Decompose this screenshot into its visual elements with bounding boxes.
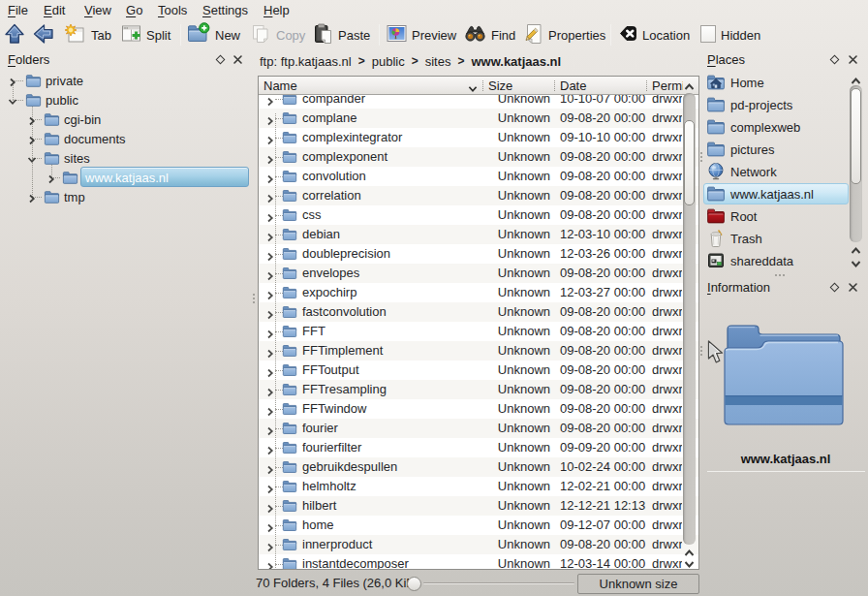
place-item-pd-projects[interactable]: pd-projects [703, 94, 849, 115]
file-row-home[interactable]: homeUnknown09-12-07 00:00drwxr-xr-x [259, 516, 698, 535]
place-item-home[interactable]: Home [703, 72, 849, 93]
scroll-up-icon[interactable] [851, 75, 861, 89]
scrollbar-thumb[interactable] [684, 120, 695, 205]
place-item-www-katjaas-nl[interactable]: www.katjaas.nl [703, 183, 849, 204]
float-places-button[interactable] [829, 54, 840, 65]
place-item-root[interactable]: Root [703, 205, 849, 227]
file-row-fourier[interactable]: fourierUnknown09-08-20 00:00drwxr-xr-x [259, 419, 698, 438]
right-splitter-handle-2[interactable] [700, 346, 702, 356]
file-row-instantdecomposer[interactable]: instantdecomposerUnknown12-03-14 00:00dr… [259, 554, 698, 569]
breadcrumb-segment[interactable]: sites [425, 54, 451, 69]
breadcrumb-segment[interactable]: www.katjaas.nl [471, 54, 561, 69]
float-info-button[interactable] [829, 282, 840, 293]
expand-arrow-icon[interactable] [265, 502, 275, 517]
collapse-arrow-icon[interactable] [8, 95, 17, 110]
file-row-debian[interactable]: debianUnknown12-03-10 00:00drwxr-xr-x [259, 225, 698, 244]
breadcrumb-segment[interactable]: public [372, 54, 405, 69]
find-button[interactable]: Find [464, 21, 515, 48]
split-button[interactable]: Split [121, 21, 170, 48]
tree-item-sites[interactable]: sites [0, 148, 250, 168]
menu-edit[interactable]: Edit [44, 2, 65, 19]
zoom-slider-knob[interactable] [406, 576, 422, 595]
file-row-FFT[interactable]: FFTUnknown09-08-20 00:00drwxr-xr-x [259, 322, 698, 341]
file-row-FFTresampling[interactable]: FFTresamplingUnknown09-08-20 00:00drwxr-… [259, 380, 698, 399]
expand-arrow-icon[interactable] [265, 211, 275, 226]
expand-arrow-icon[interactable] [265, 405, 275, 420]
expand-arrow-icon[interactable] [265, 347, 275, 361]
place-item-shareddata[interactable]: shareddata [703, 250, 849, 271]
file-row-doubleprecision[interactable]: doubleprecisionUnknown12-03-26 00:00drwx… [259, 244, 698, 264]
expand-arrow-icon[interactable] [265, 386, 275, 400]
expand-arrow-icon[interactable] [265, 192, 275, 206]
file-row-expochirp[interactable]: expochirpUnknown12-03-27 00:00drwxr-xr-x [259, 283, 698, 302]
scroll-up-icon[interactable] [684, 80, 695, 95]
expand-arrow-icon[interactable] [265, 231, 275, 245]
menu-settings[interactable]: Settings [202, 2, 248, 19]
expand-arrow-icon[interactable] [265, 95, 275, 110]
expand-arrow-icon[interactable] [265, 463, 275, 478]
expand-arrow-icon[interactable] [265, 134, 275, 148]
column-header-size[interactable]: Size [488, 78, 548, 94]
copy-button[interactable]: Copy [250, 21, 305, 48]
expand-arrow-icon[interactable] [265, 289, 275, 303]
tree-item-tmp[interactable]: tmp [0, 187, 250, 206]
right-splitter-handle[interactable] [700, 152, 702, 162]
expand-arrow-icon[interactable] [265, 483, 275, 497]
expand-arrow-icon[interactable] [265, 250, 275, 265]
menu-tools[interactable]: Tools [158, 2, 187, 19]
expand-arrow-icon[interactable] [8, 76, 17, 90]
file-row-innerproduct[interactable]: innerproductUnknown09-08-20 00:00drwxr-x… [259, 535, 698, 554]
place-item-trash[interactable]: Trash [703, 228, 849, 249]
breadcrumb-segment[interactable]: ftp: ftp.katjaas.nl [260, 54, 352, 69]
expand-arrow-icon[interactable] [265, 114, 275, 129]
expand-arrow-icon[interactable] [46, 173, 56, 187]
file-row-FFToutput[interactable]: FFToutputUnknown09-08-20 00:00drwxr-xr-x [259, 361, 698, 380]
file-row-complexponent[interactable]: complexponentUnknown09-08-20 00:00drwxr-… [259, 147, 698, 167]
expand-arrow-icon[interactable] [265, 173, 275, 187]
expand-arrow-icon[interactable] [265, 269, 275, 284]
expand-arrow-icon[interactable] [265, 444, 275, 458]
file-row-helmholtz[interactable]: helmholtzUnknown12-02-21 00:00drwxr-xr-x [259, 477, 698, 496]
file-row-correlation[interactable]: correlationUnknown09-08-20 00:00drwxr-xr… [259, 186, 698, 205]
tree-item-public[interactable]: public [0, 90, 250, 110]
menu-go[interactable]: Go [126, 2, 142, 19]
file-row-FFTimplement[interactable]: FFTimplementUnknown09-08-20 00:00drwxr-x… [259, 341, 698, 361]
file-row-gebruikdespullen[interactable]: gebruikdespullenUnknown10-02-24 00:00drw… [259, 457, 698, 477]
back-button[interactable] [33, 21, 54, 48]
place-item-pictures[interactable]: pictures [703, 139, 849, 160]
expand-arrow-icon[interactable] [27, 192, 37, 206]
expand-arrow-icon[interactable] [27, 134, 37, 148]
scroll-down-icon[interactable] [684, 557, 695, 572]
expand-arrow-icon[interactable] [265, 424, 275, 439]
file-row-compander[interactable]: companderUnknown10-10-07 00:00drwxr-xr-x [259, 95, 698, 109]
column-separator[interactable] [554, 80, 555, 91]
file-row-complexintegrator[interactable]: complexintegratorUnknown09-10-10 00:00dr… [259, 128, 698, 147]
tree-item-www-katjaas-nl[interactable]: www.katjaas.nl [0, 168, 250, 187]
expand-arrow-icon[interactable] [265, 328, 275, 342]
scrollbar-thumb[interactable] [851, 88, 861, 184]
up-button[interactable] [4, 21, 25, 48]
expand-arrow-icon[interactable] [265, 541, 275, 555]
tree-item-cgi-bin[interactable]: cgi-bin [0, 110, 250, 129]
place-item-network[interactable]: Network [703, 161, 849, 182]
expand-arrow-icon[interactable] [265, 153, 275, 168]
properties-button[interactable]: Properties [523, 21, 605, 48]
column-separator[interactable] [646, 80, 647, 91]
expand-arrow-icon[interactable] [27, 114, 37, 129]
file-row-hilbert[interactable]: hilbertUnknown12-12-21 12:13drwxr-xr-x [259, 496, 698, 516]
left-splitter-handle[interactable] [253, 294, 255, 303]
file-row-convolution[interactable]: convolutionUnknown09-08-20 00:00drwxr-xr… [259, 167, 698, 186]
menu-file[interactable]: File [8, 2, 28, 19]
new-button[interactable]: New [187, 21, 240, 48]
column-header-permissions[interactable]: Permissions [652, 78, 683, 94]
collapse-arrow-icon[interactable] [27, 153, 37, 168]
expand-arrow-icon[interactable] [265, 308, 275, 323]
tree-item-private[interactable]: private [0, 71, 250, 90]
file-row-fastconvolution[interactable]: fastconvolutionUnknown09-08-20 00:00drwx… [259, 302, 698, 322]
file-row-envelopes[interactable]: envelopesUnknown09-08-20 00:00drwxr-xr-x [259, 264, 698, 283]
expand-arrow-icon[interactable] [265, 560, 275, 569]
paste-button[interactable]: Paste [313, 21, 370, 48]
file-row-FFTwindow[interactable]: FFTwindowUnknown09-08-20 00:00drwxr-xr-x [259, 399, 698, 419]
location-button[interactable]: Location [619, 21, 690, 48]
column-header-name[interactable]: Name [264, 78, 457, 94]
